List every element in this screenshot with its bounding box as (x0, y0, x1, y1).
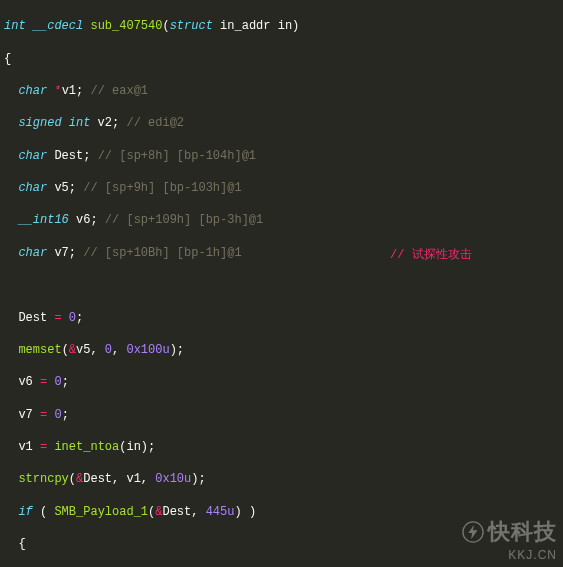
code-line: char Dest; // [sp+8h] [bp-104h]@1 (4, 148, 563, 164)
watermark: 快科技 KKJ.CN (462, 517, 557, 563)
code-line: char *v1; // eax@1 (4, 83, 563, 99)
watermark-sub: KKJ.CN (462, 547, 557, 563)
code-block: int __cdecl sub_407540(struct in_addr in… (0, 0, 563, 567)
code-line: strncpy(&Dest, v1, 0x10u); (4, 471, 563, 487)
code-line: char v7; // [sp+10Bh] [bp-1h]@1 (4, 245, 563, 261)
code-line: int __cdecl sub_407540(struct in_addr in… (4, 18, 563, 34)
code-line (4, 277, 563, 293)
code-line: v7 = 0; (4, 407, 563, 423)
code-line: signed int v2; // edi@2 (4, 115, 563, 131)
code-line: v1 = inet_ntoa(in); (4, 439, 563, 455)
code-line: { (4, 51, 563, 67)
lightning-icon (462, 521, 484, 543)
code-line: char v5; // [sp+9h] [bp-103h]@1 (4, 180, 563, 196)
code-line: __int16 v6; // [sp+109h] [bp-3h]@1 (4, 212, 563, 228)
watermark-main: 快科技 (462, 517, 557, 547)
code-line: Dest = 0; (4, 310, 563, 326)
code-line: memset(&v5, 0, 0x100u); (4, 342, 563, 358)
annotation-comment: // 试探性攻击 (390, 247, 472, 263)
code-line: v6 = 0; (4, 374, 563, 390)
